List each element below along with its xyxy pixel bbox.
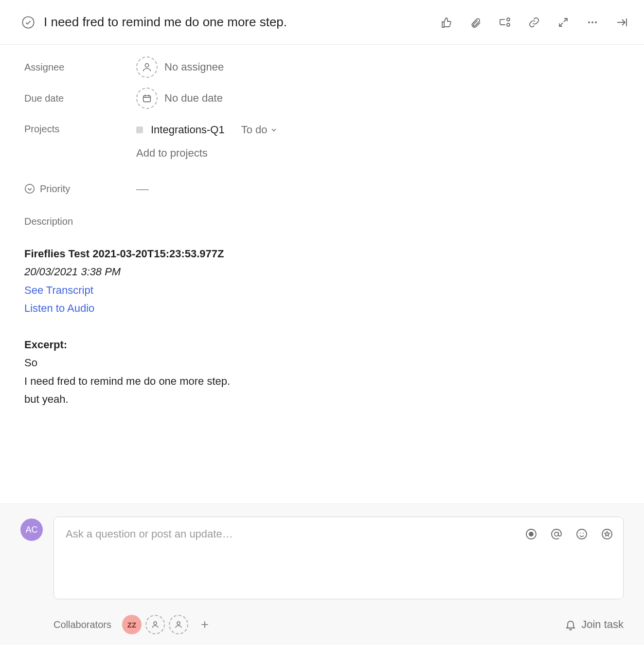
project-name[interactable]: Integrations-Q1 [151,124,225,136]
close-panel-icon[interactable] [615,16,628,29]
add-to-projects-button[interactable]: Add to projects [136,147,208,160]
svg-point-0 [22,17,34,28]
priority-label-text: Priority [40,183,70,195]
header-actions [440,16,628,29]
comment-box[interactable] [54,517,624,599]
svg-point-16 [154,622,157,625]
mention-icon[interactable] [550,528,563,540]
collaborator-placeholder-1[interactable] [145,615,165,634]
svg-point-17 [177,622,180,625]
collaborators-left: Collaborators ZZ [54,615,213,634]
assignee-label: Assignee [24,62,136,73]
like-icon[interactable] [440,16,453,29]
expand-icon[interactable] [556,16,570,29]
svg-point-1 [507,18,510,21]
join-task-label: Join task [581,618,624,631]
attachment-icon[interactable] [469,16,483,29]
svg-point-12 [577,529,587,539]
task-body: Assignee No assignee Due date No due dat… [0,45,644,503]
svg-point-5 [595,21,597,23]
join-task-button[interactable]: Join task [565,618,624,631]
svg-point-13 [580,533,581,534]
record-icon[interactable] [525,528,537,540]
comment-row: AC [20,517,624,599]
svg-point-3 [588,21,590,23]
audio-link[interactable]: Listen to Audio [24,302,94,314]
desc-date: 20/03/2021 3:38 PM [24,263,621,281]
svg-point-14 [583,533,584,534]
collaborators-row: Collaborators ZZ Join task [20,615,624,634]
due-row: Due date No due date [24,83,621,114]
excerpt-line-3: but yeah. [24,390,621,408]
bell-icon [565,619,576,630]
svg-point-6 [145,64,148,67]
description-body[interactable]: Fireflies Test 2021-03-20T15:23:53.977Z … [24,245,621,409]
project-status-label: To do [241,124,268,136]
assignee-value[interactable]: No assignee [136,56,224,78]
svg-point-8 [25,184,34,193]
collaborator-placeholder-2[interactable] [169,615,188,634]
project-item: Integrations-Q1 To do [136,124,278,136]
title-wrap: I need fred to remind me do one more ste… [21,15,432,30]
collaborator-avatar-1[interactable]: ZZ [122,615,142,634]
svg-point-11 [555,532,558,536]
collaborators-label: Collaborators [54,619,111,630]
current-user-avatar[interactable]: AC [20,519,43,541]
collaborator-avatars: ZZ [122,615,213,634]
project-status-dropdown[interactable]: To do [241,124,278,136]
emoji-icon[interactable] [575,528,588,540]
comment-tools [525,528,613,540]
projects-label: Projects [24,121,136,135]
chevron-circle-icon [24,183,35,194]
project-color-dot [136,126,143,133]
task-header: I need fred to remind me do one more ste… [0,0,644,45]
star-icon[interactable] [601,528,613,540]
svg-point-4 [591,21,593,23]
excerpt-label: Excerpt: [24,336,621,354]
due-text: No due date [164,92,223,105]
chevron-down-icon [270,126,278,134]
projects-row: Projects Integrations-Q1 To do Add to pr… [24,114,621,169]
calendar-icon [136,88,158,109]
svg-point-2 [507,23,510,26]
copy-link-icon[interactable] [527,16,541,29]
due-label: Due date [24,93,136,104]
priority-label: Priority [24,183,136,195]
excerpt-line-2: I need fred to remind me do one more ste… [24,372,621,390]
more-icon[interactable] [586,16,599,29]
priority-row: Priority — [24,173,621,204]
task-title[interactable]: I need fred to remind me do one more ste… [44,15,287,30]
svg-point-10 [529,532,533,536]
add-collaborator-button[interactable] [197,617,213,632]
priority-dash: — [136,181,149,197]
person-icon [136,56,158,78]
transcript-link[interactable]: See Transcript [24,284,93,296]
footer-region: AC [0,503,644,645]
due-value[interactable]: No due date [136,88,223,109]
description-label: Description [24,216,621,227]
desc-title: Fireflies Test 2021-03-20T15:23:53.977Z [24,245,621,263]
excerpt-line-1: So [24,354,621,372]
assignee-text: No assignee [164,61,224,73]
subtask-icon[interactable] [498,16,512,29]
assignee-row: Assignee No assignee [24,52,621,83]
svg-rect-7 [143,96,151,102]
priority-value[interactable]: — [136,181,149,197]
projects-value: Integrations-Q1 To do Add to projects [136,121,278,169]
complete-check-icon[interactable] [21,16,35,29]
